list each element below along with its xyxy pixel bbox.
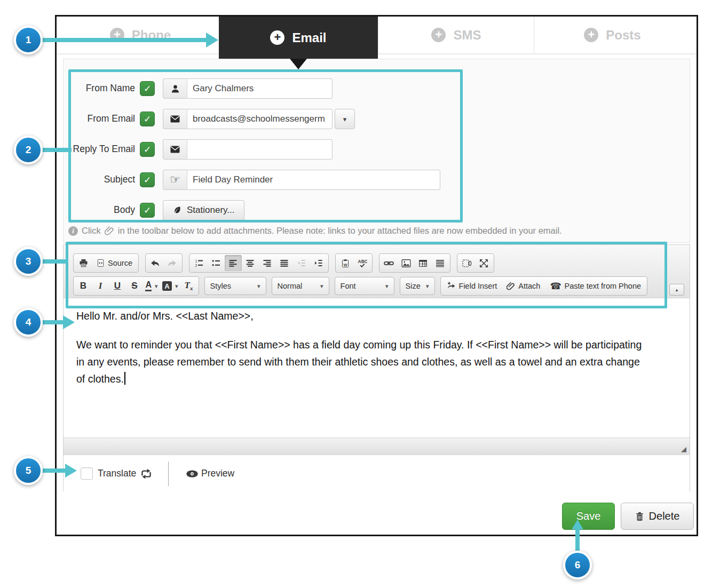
subject-row: Subject ✓ ☞ bbox=[57, 170, 697, 190]
broadcast-editor-window: + Phone + Email + SMS + Posts From Name … bbox=[55, 15, 698, 536]
translate-checkbox[interactable] bbox=[81, 467, 93, 480]
reply-to-checkbox[interactable]: ✓ bbox=[140, 142, 155, 157]
numbered-list-button[interactable]: 12 bbox=[191, 255, 208, 271]
from-email-input[interactable] bbox=[187, 109, 333, 129]
tab-sms[interactable]: + SMS bbox=[378, 17, 534, 53]
maximize-button[interactable] bbox=[476, 255, 493, 271]
from-name-input[interactable] bbox=[187, 78, 333, 99]
body-checkbox[interactable]: ✓ bbox=[140, 203, 155, 218]
print-button[interactable] bbox=[75, 255, 92, 271]
from-name-checkbox[interactable]: ✓ bbox=[140, 81, 155, 96]
font-dropdown[interactable]: Font ▾ bbox=[335, 277, 394, 295]
plus-circle-icon: + bbox=[584, 28, 598, 42]
remove-format-button[interactable]: Tx bbox=[180, 278, 197, 294]
group-lists-align: 12 bbox=[189, 253, 329, 273]
footer-divider bbox=[168, 462, 169, 486]
rich-text-editor: Source 12 bbox=[63, 244, 690, 491]
align-left-button[interactable] bbox=[225, 255, 242, 271]
reply-to-inputgroup bbox=[163, 139, 333, 160]
group-insert bbox=[379, 253, 450, 273]
reply-to-input[interactable] bbox=[187, 139, 333, 160]
delete-button[interactable]: Delete bbox=[621, 503, 694, 530]
link-button[interactable] bbox=[381, 255, 398, 271]
redo-button[interactable] bbox=[164, 255, 181, 271]
bulleted-list-button[interactable] bbox=[208, 255, 225, 271]
italic-button[interactable]: I bbox=[92, 278, 109, 294]
group-document: Source bbox=[73, 253, 139, 273]
caret-down-icon: ▾ bbox=[257, 283, 260, 290]
horizontal-rule-button[interactable] bbox=[432, 255, 449, 271]
stationery-button[interactable]: Stationery... bbox=[163, 200, 244, 220]
strikethrough-button[interactable]: S bbox=[126, 278, 143, 294]
paste-text-from-phone-button[interactable]: ☎ Paste text from Phone bbox=[545, 278, 646, 294]
align-right-button[interactable] bbox=[259, 255, 276, 271]
spell-check-button[interactable]: ABC bbox=[354, 255, 371, 271]
attach-button[interactable]: Attach bbox=[502, 278, 545, 294]
align-right-icon bbox=[263, 259, 272, 267]
source-button[interactable]: Source bbox=[92, 255, 137, 271]
resize-handle[interactable]: ◢ bbox=[681, 446, 686, 452]
body-row: Body ✓ Stationery... bbox=[57, 200, 697, 220]
redo-icon bbox=[167, 259, 177, 267]
tab-email[interactable]: + Email bbox=[219, 17, 378, 59]
save-button[interactable]: Save bbox=[562, 503, 615, 530]
table-button[interactable] bbox=[415, 255, 432, 271]
collapse-toolbar-button[interactable]: ▴ bbox=[669, 284, 684, 296]
subject-checkbox[interactable]: ✓ bbox=[140, 172, 155, 187]
text-color-icon: A bbox=[145, 281, 152, 291]
justify-icon bbox=[280, 259, 289, 267]
image-button[interactable] bbox=[398, 255, 415, 271]
callout-badge-4: 4 bbox=[14, 308, 43, 337]
callout-badge-2: 2 bbox=[14, 136, 43, 164]
decrease-indent-icon bbox=[297, 259, 306, 267]
from-name-inputgroup bbox=[163, 78, 333, 99]
link-icon bbox=[384, 260, 394, 267]
bold-button[interactable]: B bbox=[75, 278, 92, 294]
translate-refresh-button[interactable] bbox=[139, 467, 153, 480]
from-email-inputgroup: ▾ bbox=[163, 109, 355, 129]
print-icon bbox=[79, 259, 88, 267]
eye-icon bbox=[186, 470, 199, 478]
collapse-arrow-icon: ▴ bbox=[676, 287, 678, 292]
plus-circle-icon: + bbox=[431, 28, 446, 42]
from-email-dropdown-button[interactable]: ▾ bbox=[335, 109, 355, 129]
justify-button[interactable] bbox=[276, 255, 293, 271]
templates-button[interactable] bbox=[458, 255, 476, 271]
callout-badge-1: 1 bbox=[14, 26, 43, 54]
preview-label[interactable]: Preview bbox=[201, 468, 234, 479]
align-center-button[interactable] bbox=[242, 255, 259, 271]
group-undo-redo bbox=[145, 253, 183, 273]
attachment-note: i Click in the toolbar below to add atta… bbox=[68, 226, 562, 236]
undo-button[interactable] bbox=[147, 255, 164, 271]
subject-input[interactable] bbox=[187, 170, 440, 190]
paste-from-word-button[interactable]: W bbox=[337, 255, 354, 271]
active-tab-pointer bbox=[290, 59, 307, 69]
paragraph-format-dropdown[interactable]: Normal ▾ bbox=[272, 277, 329, 295]
increase-indent-button[interactable] bbox=[310, 255, 327, 271]
italic-label: I bbox=[99, 281, 102, 291]
plus-circle-icon: + bbox=[110, 28, 124, 42]
bold-label: B bbox=[80, 281, 86, 291]
text-color-button[interactable]: A ▾ bbox=[143, 278, 160, 294]
tab-posts[interactable]: + Posts bbox=[534, 17, 691, 53]
note-prefix: Click bbox=[82, 226, 101, 236]
tab-sms-label: SMS bbox=[453, 28, 481, 43]
field-insert-button[interactable]: Field Insert bbox=[442, 278, 502, 294]
size-dropdown[interactable]: Size ▾ bbox=[400, 277, 435, 295]
preview-button[interactable] bbox=[186, 470, 199, 478]
decrease-indent-button[interactable] bbox=[293, 255, 310, 271]
styles-dropdown[interactable]: Styles ▾ bbox=[204, 277, 266, 295]
group-text-style: B I U S A ▾ A ▾ Tx bbox=[73, 276, 199, 296]
image-icon bbox=[401, 259, 411, 267]
from-email-checkbox[interactable]: ✓ bbox=[140, 112, 155, 126]
underline-button[interactable]: U bbox=[109, 278, 126, 294]
email-body-editable-area[interactable]: Hello Mr. and/or Mrs. <<Last Name>>, We … bbox=[64, 298, 690, 438]
tab-phone[interactable]: + Phone bbox=[63, 17, 218, 53]
paste-text-from-phone-label: Paste text from Phone bbox=[565, 282, 641, 290]
paragraph-format-label: Normal bbox=[278, 282, 303, 290]
align-left-icon bbox=[228, 259, 238, 267]
from-email-row: From Email ✓ ▾ bbox=[57, 109, 697, 129]
background-color-button[interactable]: A ▾ bbox=[160, 278, 180, 294]
size-dropdown-label: Size bbox=[406, 282, 421, 290]
text-cursor bbox=[124, 372, 125, 385]
